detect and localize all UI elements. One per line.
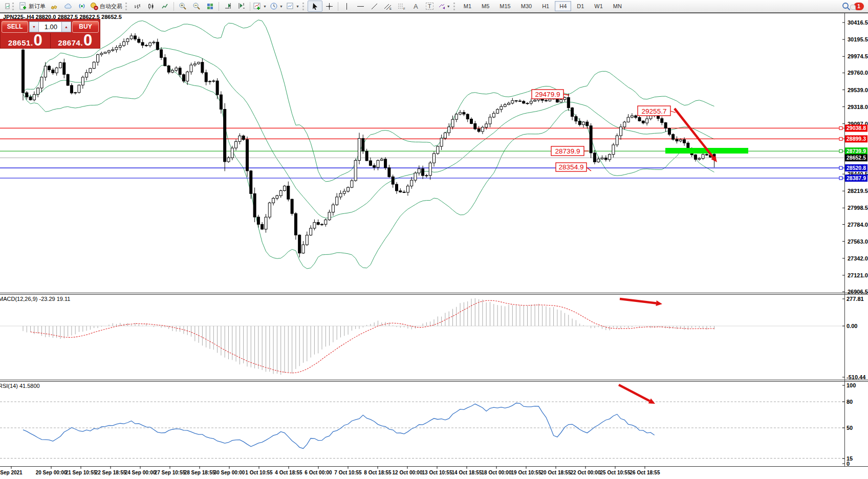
timeframe-d1[interactable]: D1	[572, 1, 589, 11]
bollinger-bands	[23, 20, 714, 269]
text-label-tool-button[interactable]: T	[423, 1, 437, 11]
rsi-pane	[23, 403, 655, 449]
clock-icon	[270, 2, 278, 10]
svg-text:29760.0: 29760.0	[848, 70, 868, 76]
gold-bars-icon	[50, 2, 58, 10]
search-icon[interactable]	[842, 2, 851, 11]
svg-text:30195.5: 30195.5	[848, 36, 868, 42]
toolbar: 新订单 自动交易 ▼ ▼	[0, 0, 868, 13]
svg-text:29974.5: 29974.5	[848, 53, 868, 59]
line-chart-button[interactable]	[158, 1, 172, 11]
cursor-tool-button[interactable]	[308, 1, 322, 12]
time-label: 4 Oct 18:55	[275, 470, 302, 475]
chart-shift-button[interactable]	[234, 1, 248, 11]
time-label: 1 Oct 10:55	[245, 470, 273, 475]
trend-arrow	[619, 385, 649, 401]
svg-text:100: 100	[847, 382, 856, 388]
new-order-button[interactable]: 新订单	[17, 1, 47, 11]
cursor-icon	[311, 3, 318, 10]
crosshair-tool-button[interactable]	[322, 1, 336, 11]
bar-chart-icon	[134, 3, 141, 10]
horizontal-line-icon	[357, 3, 364, 10]
pane-borders	[0, 13, 868, 467]
time-label: 19 Oct 10:55	[511, 470, 541, 475]
templates-button[interactable]: ▼	[285, 1, 301, 11]
toolbar-separator	[250, 2, 250, 11]
fibonacci-icon: F	[398, 3, 406, 10]
trend-arrow	[620, 299, 656, 303]
timeframe-m30[interactable]: M30	[516, 1, 536, 11]
svg-text:28739.9: 28739.9	[555, 147, 580, 155]
timeframe-m1[interactable]: M1	[459, 1, 476, 11]
signals-button[interactable]	[75, 1, 89, 11]
vertical-line-tool-button[interactable]	[340, 1, 354, 11]
channel-icon: E	[384, 3, 392, 10]
arrow-shapes-icon	[438, 3, 445, 10]
chart-canvas[interactable]: 30416.530195.529974.529760.029539.029318…	[0, 0, 868, 479]
macd-indicator-label: MACD(12,26,9) -23.29 19.11	[0, 296, 70, 302]
toolbar-grip	[125, 3, 129, 10]
dropdown-caret: ▼	[296, 5, 299, 8]
clipped-icon[interactable]	[0, 1, 11, 11]
svg-text:80: 80	[847, 399, 853, 405]
price-tag-28652.5: 28652.5	[847, 155, 866, 161]
timeframe-h1[interactable]: H1	[537, 1, 554, 11]
svg-text:50: 50	[847, 425, 853, 431]
svg-text:E: E	[389, 7, 392, 10]
bar-chart-button[interactable]	[131, 1, 144, 11]
svg-text:27121.0: 27121.0	[848, 272, 868, 278]
volume-increase-button[interactable]: ▲	[61, 21, 71, 32]
auto-trading-icon	[90, 2, 98, 10]
horizontal-line-tool-button[interactable]	[354, 1, 367, 11]
sell-button[interactable]: SELL	[2, 21, 28, 33]
timeframe-w1[interactable]: W1	[590, 1, 607, 11]
price-axis: 30416.530195.529974.529760.029539.029318…	[842, 19, 868, 467]
rsi-indicator-label: RSI(14) 41.5800	[0, 383, 40, 389]
volume-input[interactable]: 1.00	[39, 21, 61, 32]
time-label: 25 Oct 10:55	[600, 470, 631, 475]
time-label: 18 Oct 00:00	[482, 470, 512, 475]
time-label: 13 Oct 10:55	[422, 470, 452, 475]
market-depth-button[interactable]	[47, 1, 61, 11]
time-label: 14 Oct 18:55	[452, 470, 482, 475]
timeframe-h4[interactable]: H4	[555, 1, 571, 11]
candlestick-chart-button[interactable]	[144, 1, 158, 11]
zoom-out-button[interactable]	[189, 1, 203, 11]
arrows-tool-button[interactable]: ▼	[437, 1, 452, 11]
toolbar-separator	[219, 2, 219, 11]
buy-price-button[interactable]: 28674.0	[50, 33, 100, 49]
time-label: Sep 2021	[0, 470, 23, 475]
auto-scroll-button[interactable]	[221, 1, 234, 11]
time-label: 7 Oct 10:55	[334, 470, 362, 475]
svg-text:29479.9: 29479.9	[535, 91, 560, 98]
time-label: 26 Oct 18:55	[630, 470, 660, 475]
timeframe-m5[interactable]: M5	[477, 1, 494, 11]
price-tag-28387.9: 28387.9	[847, 175, 866, 181]
mql5-community-button[interactable]	[61, 1, 75, 11]
timeframe-m15[interactable]: M15	[495, 1, 515, 11]
timeframe-mn[interactable]: MN	[609, 1, 626, 11]
tile-windows-button[interactable]	[203, 1, 217, 11]
svg-text:0: 0	[847, 461, 850, 467]
trendline-icon	[371, 3, 378, 10]
text-tool-button[interactable]: A	[409, 1, 423, 11]
fibonacci-tool-button[interactable]: F	[395, 1, 409, 11]
notifications-badge[interactable]: 1	[854, 3, 864, 10]
zoom-in-icon	[179, 2, 187, 10]
trendline-tool-button[interactable]	[367, 1, 381, 11]
time-label: 27 Sep 10:55	[155, 470, 186, 475]
time-label: 21 Sep 10:55	[66, 470, 97, 475]
indicators-button[interactable]: ▼	[252, 1, 268, 11]
sell-price-button[interactable]: 28651.0	[1, 33, 50, 49]
zoom-in-button[interactable]	[176, 1, 189, 11]
equidistant-channel-tool-button[interactable]: E	[381, 1, 395, 11]
periods-button[interactable]: ▼	[268, 1, 285, 11]
svg-text:27998.5: 27998.5	[848, 205, 868, 211]
time-label: 20 Oct 18:55	[541, 470, 571, 475]
rsi-level-lines	[0, 402, 844, 459]
dropdown-caret: ▼	[263, 5, 267, 8]
auto-trading-button[interactable]: 自动交易	[89, 1, 124, 11]
macd-pane	[0, 298, 844, 375]
volume-decrease-button[interactable]: ▼	[29, 21, 39, 32]
svg-text:29318.0: 29318.0	[848, 104, 868, 110]
